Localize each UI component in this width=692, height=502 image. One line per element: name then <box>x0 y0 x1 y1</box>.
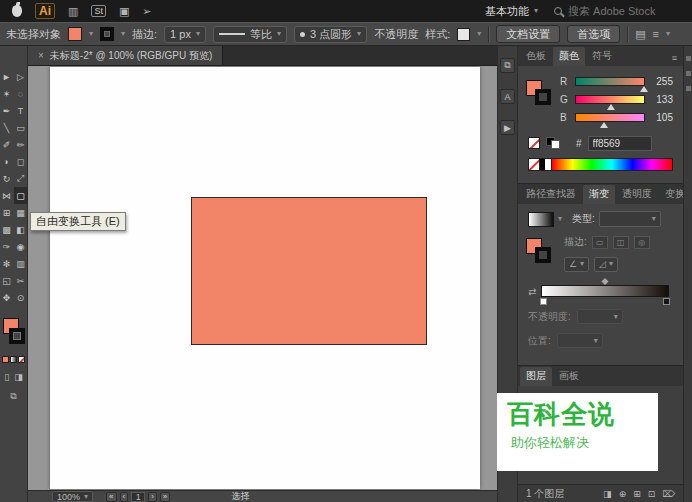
slice-tool[interactable]: ✂ <box>14 272 28 289</box>
eraser-tool[interactable]: ◻ <box>14 153 28 170</box>
stroke-within-icon[interactable]: ▭ <box>592 236 608 249</box>
launcher-grid-icon[interactable]: ▥ <box>68 5 78 18</box>
red-slider[interactable] <box>575 77 645 86</box>
document-tab[interactable]: × 未标题-2* @ 100% (RGB/GPU 预览) <box>28 46 223 65</box>
gradient-opacity-combo[interactable]: ▾ <box>577 309 623 324</box>
color-spectrum-bar[interactable] <box>552 159 672 170</box>
brush-definition-combo[interactable]: 3 点圆形 ▾ <box>294 26 367 43</box>
chevron-down-icon[interactable]: ▾ <box>558 215 562 223</box>
direct-selection-tool[interactable]: ▷ <box>14 68 28 85</box>
mesh-tool[interactable]: ▩ <box>0 221 14 238</box>
hex-input[interactable] <box>588 136 652 151</box>
first-artboard-button[interactable]: « <box>106 492 116 502</box>
perspective-grid-tool[interactable]: ▦ <box>14 204 28 221</box>
arrange-documents-icon[interactable]: ▣ <box>119 5 129 18</box>
blend-tool[interactable]: ◉ <box>14 238 28 255</box>
search-input[interactable] <box>568 5 680 17</box>
new-sublayer-icon[interactable]: ⊕ <box>619 489 627 499</box>
previous-artboard-button[interactable]: ‹ <box>120 492 129 502</box>
gradient-tool[interactable]: ◧ <box>14 221 28 238</box>
gradient-midpoint[interactable] <box>602 278 609 285</box>
spectrum-bw-swatch[interactable] <box>540 159 552 170</box>
blue-slider[interactable] <box>575 113 645 122</box>
red-value[interactable]: 255 <box>651 76 673 87</box>
gradient-location-combo[interactable]: ▾ <box>557 333 603 348</box>
fill-color-swatch[interactable] <box>68 27 82 41</box>
actions-panel-icon[interactable]: ▶ <box>500 120 515 135</box>
opacity-label[interactable]: 不透明度 <box>374 27 418 42</box>
shape-builder-tool[interactable]: ⊞ <box>0 204 14 221</box>
tab-layers[interactable]: 图层 <box>520 367 552 386</box>
green-value[interactable]: 133 <box>651 94 673 105</box>
stroke-across-icon[interactable]: ◎ <box>634 236 650 249</box>
type-tool[interactable]: T <box>14 102 28 119</box>
none-button[interactable] <box>18 356 25 363</box>
apple-menu-icon[interactable] <box>12 5 22 17</box>
preferences-button[interactable]: 首选项 <box>567 25 620 43</box>
lasso-tool[interactable]: ◌ <box>14 85 28 102</box>
normal-screen-mode-icon[interactable]: ▯ <box>4 372 9 382</box>
artboard[interactable] <box>50 67 480 489</box>
share-icon[interactable]: ➢ <box>142 5 151 18</box>
paintbrush-tool[interactable]: ✐ <box>0 136 14 153</box>
zoom-combo[interactable]: 100% ▾ <box>52 491 93 502</box>
slider-thumb[interactable] <box>600 122 608 128</box>
align-panel-icon[interactable]: ▤ <box>635 28 645 41</box>
rectangle-tool[interactable]: ▭ <box>14 119 28 136</box>
stock-badge[interactable]: St <box>91 5 106 17</box>
close-icon[interactable]: × <box>38 50 44 61</box>
document-setup-button[interactable]: 文档设置 <box>496 25 560 43</box>
stroke-chevron-icon[interactable]: ▾ <box>121 30 125 38</box>
tab-pathfinder[interactable]: 路径查找器 <box>520 185 582 204</box>
hand-tool[interactable]: ✥ <box>0 289 14 306</box>
tab-transparency[interactable]: 透明度 <box>616 185 658 204</box>
line-segment-tool[interactable]: ╲ <box>0 119 14 136</box>
blob-brush-tool[interactable]: ◗ <box>0 153 14 170</box>
free-transform-tool[interactable]: ▢ <box>14 187 28 204</box>
stock-search[interactable] <box>554 5 680 17</box>
next-artboard-button[interactable]: › <box>148 492 157 502</box>
eyedropper-tool[interactable]: ✑ <box>0 238 14 255</box>
gradient-proxy-stroke[interactable] <box>535 247 551 263</box>
toolbar-stroke-swatch[interactable] <box>9 328 25 344</box>
isolate-icon[interactable]: ⊡ <box>648 489 656 499</box>
make-mask-icon[interactable]: ◨ <box>603 489 612 499</box>
magic-wand-tool[interactable]: ✶ <box>0 85 14 102</box>
gradient-type-combo[interactable]: ▾ <box>599 211 661 227</box>
style-swatch[interactable] <box>457 28 470 41</box>
rotate-tool[interactable]: ↻ <box>0 170 14 187</box>
canvas-area[interactable] <box>28 66 497 490</box>
gradient-stop-start[interactable] <box>540 298 547 305</box>
proxy-stroke-swatch[interactable] <box>535 89 551 105</box>
illustrator-logo[interactable]: Ai <box>35 3 55 19</box>
pen-tool[interactable]: ✒ <box>0 102 14 119</box>
second-dock-strip[interactable] <box>683 46 692 502</box>
symbol-sprayer-tool[interactable]: ✻ <box>0 255 14 272</box>
tab-color[interactable]: 颜色 <box>553 47 585 66</box>
column-graph-tool[interactable]: ▥ <box>14 255 28 272</box>
gradient-thumbnail[interactable] <box>528 212 554 227</box>
panel-menu-icon[interactable]: ≡ <box>668 53 681 66</box>
drawn-rectangle[interactable] <box>191 197 427 345</box>
gradient-stop-end[interactable] <box>663 298 670 305</box>
stroke-along-icon[interactable]: ◫ <box>613 236 629 249</box>
pencil-tool[interactable]: ✏ <box>14 136 28 153</box>
edit-toolbar-icon[interactable]: ⧉ <box>0 391 27 402</box>
collapsed-panels-icon[interactable]: ⧉ <box>500 58 515 73</box>
artboard-tool[interactable]: ◱ <box>0 272 14 289</box>
tab-swatches[interactable]: 色板 <box>520 47 552 66</box>
zoom-tool[interactable]: ⊙ <box>14 289 28 306</box>
fill-chevron-icon[interactable]: ▾ <box>89 30 93 38</box>
width-tool[interactable]: ⋈ <box>0 187 14 204</box>
style-chevron-icon[interactable]: ▾ <box>477 30 481 38</box>
angle-combo[interactable]: ∠ ▾ <box>564 257 589 272</box>
gradient-slider[interactable] <box>541 285 669 297</box>
color-button[interactable] <box>2 356 9 363</box>
scale-tool[interactable]: ⤢ <box>14 170 28 187</box>
selection-tool[interactable]: ► <box>0 68 14 85</box>
tab-artboards[interactable]: 画板 <box>553 367 585 386</box>
slider-thumb[interactable] <box>640 86 648 92</box>
green-slider[interactable] <box>575 95 645 104</box>
gradient-button[interactable] <box>10 356 17 363</box>
none-swatch[interactable] <box>528 137 540 149</box>
